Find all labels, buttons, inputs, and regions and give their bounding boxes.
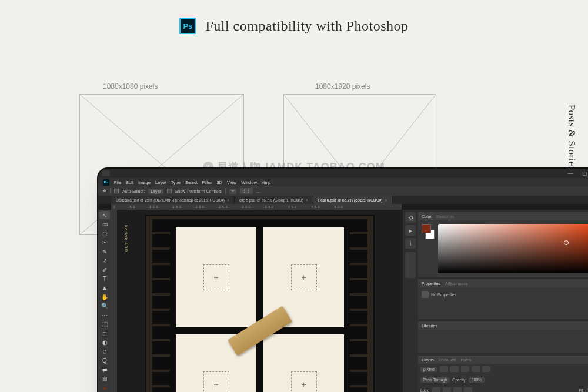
lock-position-icon[interactable]: [453, 387, 462, 392]
document-tab-2[interactable]: clip 5.psd @ 66.7% (Group 1, RGB/8)×: [235, 196, 313, 204]
panel-icon-info[interactable]: i: [405, 238, 416, 249]
tool-more[interactable]: ⋯: [99, 311, 110, 319]
blend-mode-dropdown[interactable]: Pass Through: [420, 377, 450, 383]
document-tab-1[interactable]: Обложка.psd @ 25% (ОБЛОЖКИ photoshop cc …: [111, 196, 235, 204]
collapsed-panel-column: ⟲ ▸ i: [405, 212, 416, 392]
show-transform-checkbox[interactable]: [167, 189, 172, 193]
tab-channels[interactable]: Channels: [439, 358, 456, 362]
tool-rectangle[interactable]: □: [99, 329, 110, 337]
tool-pen[interactable]: ▲: [99, 284, 110, 292]
tool-quickmask[interactable]: Q: [99, 357, 110, 365]
tool-healing[interactable]: ↗: [99, 256, 110, 264]
document-canvas[interactable]: kodak 400 33 4 + + + +: [145, 215, 375, 392]
film-frame-4[interactable]: +: [263, 334, 344, 392]
foreground-color[interactable]: [422, 224, 431, 233]
film-frame-1[interactable]: +: [176, 227, 256, 327]
tab-swatches[interactable]: Swatches: [436, 215, 454, 219]
placeholder-icon: +: [203, 264, 229, 290]
foreground-swatch[interactable]: ●: [99, 384, 110, 392]
tool-swap-colors-icon[interactable]: ⇄: [99, 366, 110, 374]
menu-3d[interactable]: 3D: [216, 180, 222, 185]
auto-select-dropdown[interactable]: Layer: [148, 189, 163, 194]
right-panel-dock: ⟲ ▸ i ColorSwatches: [403, 210, 588, 392]
fg-bg-swatches[interactable]: [422, 224, 435, 273]
dimension-label-story: 1080x1920 pixels: [315, 82, 370, 91]
panel-icon-history[interactable]: ⟲: [405, 212, 416, 223]
placeholder-icon: +: [291, 264, 317, 290]
ruler-horizontal: 0 · · 50 · · 100 · · 150 · · 200 · · 250…: [111, 204, 402, 210]
tool-zoom[interactable]: 🔍: [99, 302, 110, 310]
filter-shape-icon[interactable]: [472, 366, 480, 372]
headline: Ps Full compatibility with Photoshop: [0, 18, 588, 34]
app-logo-icon: Ps: [103, 179, 109, 186]
menu-file[interactable]: File: [114, 180, 121, 185]
menu-image[interactable]: Image: [138, 180, 151, 185]
tool-screenmode[interactable]: ⊞: [99, 374, 110, 383]
menu-help[interactable]: Help: [262, 180, 270, 185]
color-picker-ring-icon: [564, 240, 569, 245]
panel-icon-actions[interactable]: ▸: [405, 225, 416, 236]
tool-crop[interactable]: ✂: [99, 238, 110, 246]
lock-transparency-icon[interactable]: [432, 387, 440, 392]
menu-window[interactable]: Window: [241, 180, 257, 185]
opacity-label: Opacity:: [452, 378, 466, 382]
workspace: ↖ ▭ ◌ ✂ ✎ ↗ ✐ T ▲ ✋ 🔍 ⋯ ⬚ □ ◐ ↺ Q ⇄ ⊞ ● …: [98, 210, 588, 392]
menu-type[interactable]: Type: [171, 180, 181, 185]
tab-properties[interactable]: Properties: [422, 282, 440, 286]
side-label: Posts & Stories: [566, 105, 577, 170]
tool-lasso[interactable]: ◌: [99, 229, 110, 237]
libraries-panel: Libraries: [418, 321, 588, 353]
color-field[interactable]: [438, 224, 588, 273]
tool-gradient[interactable]: ◐: [99, 339, 110, 347]
navigator-thumb[interactable]: [405, 252, 416, 278]
opacity-value[interactable]: 100%: [469, 377, 485, 383]
tab-layers[interactable]: Layers: [422, 358, 434, 362]
tool-hand[interactable]: ✋: [99, 293, 110, 301]
tab-libraries[interactable]: Libraries: [422, 324, 437, 328]
document-tab-3[interactable]: Post 6.psd @ 66.7% (colors, RGB/8#)×: [313, 196, 393, 204]
tool-type[interactable]: T: [99, 274, 110, 283]
move-tool-icon[interactable]: ✥: [103, 189, 106, 193]
tool-move[interactable]: ↖: [99, 211, 110, 219]
system-menu-icon[interactable]: [102, 170, 110, 176]
tool-frame[interactable]: ⬚: [99, 320, 110, 329]
film-strip: + + + +: [170, 219, 350, 392]
minimize-button[interactable]: —: [565, 170, 576, 176]
tab-adjustments[interactable]: Adjustments: [445, 282, 468, 286]
close-icon[interactable]: ×: [306, 198, 308, 202]
toolbox: ↖ ▭ ◌ ✂ ✎ ↗ ✐ T ▲ ✋ 🔍 ⋯ ⬚ □ ◐ ↺ Q ⇄ ⊞ ● …: [98, 210, 111, 392]
menu-select[interactable]: Select: [185, 180, 198, 185]
menu-view[interactable]: View: [227, 180, 236, 185]
distribute-controls[interactable]: ⋮⋮: [240, 188, 253, 194]
layer-filter-kind[interactable]: ρ Kind: [420, 367, 437, 372]
filter-smart-icon[interactable]: [482, 366, 490, 372]
filter-pixel-icon[interactable]: [440, 366, 448, 372]
menu-edit[interactable]: Edit: [126, 180, 133, 185]
menu-layer[interactable]: Layer: [155, 180, 166, 185]
tool-brush[interactable]: ✐: [99, 266, 110, 274]
properties-panel: PropertiesAdjustments No Properties: [418, 279, 588, 319]
canvas-area[interactable]: kodak 400 33 4 + + + +: [111, 210, 403, 392]
auto-select-label: Auto-Select:: [122, 189, 145, 193]
filter-adjust-icon[interactable]: [450, 366, 459, 372]
close-icon[interactable]: ×: [227, 198, 229, 202]
tab-paths[interactable]: Paths: [461, 358, 472, 362]
close-icon[interactable]: ×: [385, 198, 387, 202]
properties-message: No Properties: [431, 293, 456, 297]
lock-pixels-icon[interactable]: [443, 387, 451, 392]
align-controls[interactable]: ≡: [229, 189, 236, 194]
lock-all-icon[interactable]: [464, 387, 472, 392]
auto-select-checkbox[interactable]: [114, 189, 119, 193]
document-tab-strip: Обложка.psd @ 25% (ОБЛОЖКИ photoshop cc …: [98, 196, 588, 204]
ruler-vertical: [111, 210, 117, 392]
filter-type-icon[interactable]: [461, 366, 469, 372]
show-transform-label: Show Transform Controls: [175, 189, 222, 193]
tool-rotate[interactable]: ↺: [99, 347, 110, 356]
placeholder-icon: +: [291, 371, 317, 392]
tab-color[interactable]: Color: [422, 215, 432, 219]
maximize-button[interactable]: ▢: [579, 170, 588, 176]
menu-filter[interactable]: Filter: [202, 180, 212, 185]
tool-eyedropper[interactable]: ✎: [99, 247, 110, 256]
options-more[interactable]: …: [256, 189, 260, 193]
tool-marquee[interactable]: ▭: [99, 220, 110, 228]
